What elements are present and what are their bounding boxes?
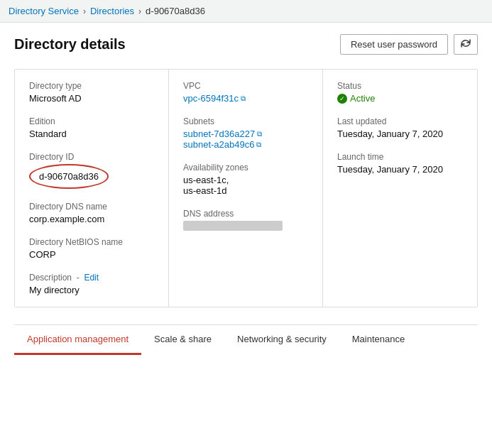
- directory-type-group: Directory type Microsoft AD: [29, 81, 154, 104]
- directory-type-label: Directory type: [29, 81, 154, 91]
- breadcrumb-current: d-90670a8d36: [146, 6, 205, 16]
- external-link-icon-3: ⧉: [256, 141, 261, 149]
- directory-dns-group: Directory DNS name corp.example.com: [29, 202, 154, 224]
- header-actions: Reset user password: [340, 34, 478, 55]
- refresh-icon: [461, 38, 471, 48]
- subnet1-link[interactable]: subnet-7d36a227 ⧉: [183, 129, 262, 139]
- edition-value: Standard: [29, 129, 154, 139]
- launch-time-label: Launch time: [337, 152, 463, 162]
- vpc-value: vpc-6594f31c ⧉: [183, 93, 308, 104]
- dns-address-value: [183, 221, 283, 231]
- tabs-container: Application management Scale & share Net…: [14, 324, 478, 355]
- description-edit-link[interactable]: Edit: [84, 273, 99, 283]
- details-col-2: VPC vpc-6594f31c ⧉ Subnets subnet-7d36a2…: [169, 70, 323, 307]
- last-updated-group: Last updated Tuesday, January 7, 2020: [337, 116, 463, 139]
- vpc-group: VPC vpc-6594f31c ⧉: [183, 81, 308, 104]
- description-label: Description - Edit: [29, 273, 154, 283]
- subnets-group: Subnets subnet-7d36a227 ⧉ subnet-a2ab49c…: [183, 116, 308, 150]
- launch-time-group: Launch time Tuesday, January 7, 2020: [337, 152, 463, 175]
- netbios-value: CORP: [29, 249, 154, 260]
- az-group: Availability zones us-east-1c,us-east-1d: [183, 163, 308, 196]
- external-link-icon-2: ⧉: [257, 130, 262, 138]
- tab-maintenance[interactable]: Maintenance: [339, 325, 417, 355]
- vpc-label: VPC: [183, 81, 308, 91]
- external-link-icon: ⧉: [241, 94, 246, 103]
- details-grid: Directory type Microsoft AD Edition Stan…: [14, 69, 478, 307]
- status-value: ✓ Active: [337, 93, 463, 104]
- directory-dns-label: Directory DNS name: [29, 202, 154, 212]
- description-value: My directory: [29, 285, 154, 295]
- status-active-icon: ✓: [337, 94, 347, 104]
- netbios-group: Directory NetBIOS name CORP: [29, 237, 154, 260]
- directory-id-highlight: d-90670a8d36: [29, 164, 109, 189]
- subnets-label: Subnets: [183, 116, 308, 126]
- vpc-link[interactable]: vpc-6594f31c ⧉: [183, 93, 246, 104]
- breadcrumb: Directory Service › Directories › d-9067…: [0, 0, 492, 23]
- tab-scale-share[interactable]: Scale & share: [141, 325, 224, 355]
- directory-type-value: Microsoft AD: [29, 93, 154, 104]
- breadcrumb-directories-link[interactable]: Directories: [90, 6, 134, 16]
- breadcrumb-sep-2: ›: [138, 6, 141, 16]
- tab-networking-security[interactable]: Networking & security: [224, 325, 339, 355]
- details-col-3: Status ✓ Active Last updated Tuesday, Ja…: [323, 70, 477, 307]
- edition-label: Edition: [29, 116, 154, 126]
- subnet2-value: subnet-a2ab49c6 ⧉: [183, 139, 308, 150]
- reset-password-button[interactable]: Reset user password: [340, 34, 448, 55]
- tab-application-management[interactable]: Application management: [14, 325, 141, 355]
- az-value: us-east-1c,us-east-1d: [183, 175, 308, 196]
- breadcrumb-service-link[interactable]: Directory Service: [9, 6, 79, 16]
- description-group: Description - Edit My directory: [29, 273, 154, 295]
- dns-address-label: DNS address: [183, 209, 308, 219]
- launch-time-value: Tuesday, January 7, 2020: [337, 164, 463, 175]
- directory-dns-value: corp.example.com: [29, 214, 154, 224]
- netbios-label: Directory NetBIOS name: [29, 237, 154, 247]
- status-label: Status: [337, 81, 463, 91]
- breadcrumb-sep-1: ›: [83, 6, 86, 16]
- header-row: Directory details Reset user password: [14, 34, 478, 55]
- page-title: Directory details: [14, 36, 126, 53]
- details-col-1: Directory type Microsoft AD Edition Stan…: [15, 70, 169, 307]
- directory-id-value: d-90670a8d36: [39, 171, 99, 182]
- status-group: Status ✓ Active: [337, 81, 463, 104]
- last-updated-value: Tuesday, January 7, 2020: [337, 129, 463, 139]
- directory-id-label: Directory ID: [29, 152, 154, 162]
- subnet2-link[interactable]: subnet-a2ab49c6 ⧉: [183, 139, 261, 150]
- subnet1-value: subnet-7d36a227 ⧉: [183, 129, 308, 139]
- edition-group: Edition Standard: [29, 116, 154, 139]
- dns-address-group: DNS address: [183, 209, 308, 231]
- directory-id-group: Directory ID d-90670a8d36: [29, 152, 154, 189]
- last-updated-label: Last updated: [337, 116, 463, 126]
- main-content: Directory details Reset user password Di…: [0, 23, 492, 366]
- refresh-button[interactable]: [454, 34, 478, 55]
- az-label: Availability zones: [183, 163, 308, 173]
